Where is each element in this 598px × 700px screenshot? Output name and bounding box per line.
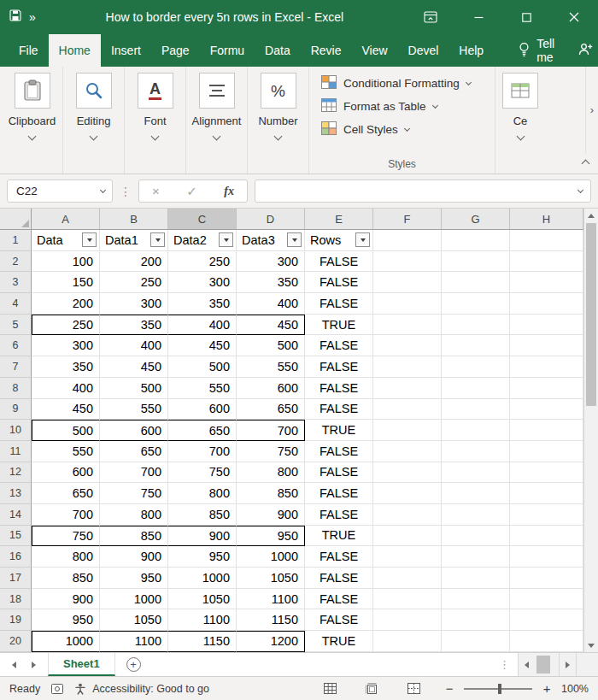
cell-c11[interactable]: 700	[168, 441, 237, 462]
scroll-up-button[interactable]	[584, 209, 598, 222]
cell-a1[interactable]: Data	[32, 230, 100, 251]
cell-a19[interactable]: 950	[32, 609, 100, 631]
scroll-right-button[interactable]	[559, 653, 576, 676]
cell-f6[interactable]	[373, 335, 442, 356]
cell-b7[interactable]: 450	[100, 356, 168, 378]
chevron-down-icon[interactable]	[100, 187, 106, 193]
column-header-e[interactable]: E	[305, 209, 373, 230]
ribbon-display-options-button[interactable]	[407, 0, 454, 34]
cell-e1[interactable]: Rows	[305, 230, 373, 251]
qat-overflow-icon[interactable]: »	[29, 10, 36, 24]
menu-tab-formu[interactable]: Formu	[200, 34, 255, 67]
cell-h4[interactable]	[510, 293, 583, 315]
cell-c7[interactable]: 500	[168, 356, 237, 378]
cell-h13[interactable]	[510, 483, 583, 504]
vertical-scrollbar[interactable]	[583, 209, 598, 652]
cell-g6[interactable]	[442, 335, 510, 356]
cell-f14[interactable]	[373, 504, 442, 526]
cell-g16[interactable]	[442, 546, 510, 568]
horizontal-scroll-thumb[interactable]	[536, 656, 550, 674]
cell-d20[interactable]: 1200	[237, 631, 305, 652]
cell-c15[interactable]: 900	[168, 526, 237, 547]
cell-b11[interactable]: 650	[100, 441, 168, 462]
cell-b4[interactable]: 300	[100, 293, 168, 315]
number-group-button[interactable]: % Number	[248, 67, 309, 174]
cell-c12[interactable]: 750	[168, 462, 237, 484]
cell-c1[interactable]: Data2	[168, 230, 237, 251]
cell-g1[interactable]	[442, 230, 510, 251]
normal-view-button[interactable]	[324, 683, 337, 694]
collapse-ribbon-button[interactable]	[576, 155, 595, 170]
cell-f3[interactable]	[373, 272, 442, 293]
menu-tab-insert[interactable]: Insert	[101, 34, 151, 67]
formula-input[interactable]	[255, 179, 591, 203]
row-header-15[interactable]: 15	[0, 526, 32, 547]
maximize-button[interactable]	[502, 0, 550, 34]
cell-e15[interactable]: TRUE	[305, 526, 373, 547]
cell-e16[interactable]: FALSE	[305, 546, 373, 568]
cell-d16[interactable]: 1000	[237, 546, 305, 568]
cell-g10[interactable]	[442, 420, 510, 441]
cell-g20[interactable]	[442, 631, 510, 652]
cell-h16[interactable]	[510, 546, 583, 568]
cell-a6[interactable]: 300	[32, 335, 100, 356]
filter-button[interactable]	[355, 232, 370, 247]
macro-record-button[interactable]	[51, 684, 63, 694]
cell-f17[interactable]	[373, 568, 442, 589]
menu-tab-data[interactable]: Data	[255, 34, 301, 67]
cell-e8[interactable]: FALSE	[305, 378, 373, 399]
row-header-19[interactable]: 19	[0, 609, 32, 631]
cell-b15[interactable]: 850	[100, 526, 168, 547]
horizontal-scrollbar[interactable]: ⋮	[499, 653, 598, 676]
cell-g5[interactable]	[442, 315, 510, 336]
cell-d1[interactable]: Data3	[237, 230, 305, 251]
cell-g19[interactable]	[442, 609, 510, 631]
cell-h14[interactable]	[510, 504, 583, 526]
cell-f8[interactable]	[373, 378, 442, 399]
cell-a7[interactable]: 350	[32, 356, 100, 378]
column-header-c[interactable]: C	[168, 209, 237, 230]
row-header-5[interactable]: 5	[0, 315, 32, 336]
cell-h5[interactable]	[510, 315, 583, 336]
cell-a15[interactable]: 750	[32, 526, 100, 547]
cell-c20[interactable]: 1150	[168, 631, 237, 652]
cell-g17[interactable]	[442, 568, 510, 589]
row-header-3[interactable]: 3	[0, 272, 32, 293]
cell-f16[interactable]	[373, 546, 442, 568]
cell-g9[interactable]	[442, 399, 510, 421]
cell-e12[interactable]: FALSE	[305, 462, 373, 484]
alignment-group-button[interactable]: Alignment	[186, 67, 248, 174]
cell-g18[interactable]	[442, 589, 510, 610]
column-header-d[interactable]: D	[237, 209, 305, 230]
cell-d8[interactable]: 600	[237, 378, 305, 399]
cell-a12[interactable]: 600	[32, 462, 100, 484]
cell-d11[interactable]: 750	[237, 441, 305, 462]
cell-e11[interactable]: FALSE	[305, 441, 373, 462]
cell-b2[interactable]: 200	[100, 251, 168, 273]
row-header-9[interactable]: 9	[0, 399, 32, 421]
font-group-button[interactable]: A Font	[125, 67, 186, 174]
cell-f11[interactable]	[373, 441, 442, 462]
row-header-1[interactable]: 1	[0, 230, 32, 251]
filter-button[interactable]	[287, 232, 302, 247]
cell-d2[interactable]: 300	[237, 251, 305, 273]
cell-e9[interactable]: FALSE	[305, 399, 373, 421]
cell-c19[interactable]: 1100	[168, 609, 237, 631]
cell-b18[interactable]: 1000	[100, 589, 168, 610]
cell-g13[interactable]	[442, 483, 510, 504]
cell-f1[interactable]	[373, 230, 442, 251]
tab-splitter-handle[interactable]: ⋮	[499, 658, 510, 671]
cell-g2[interactable]	[442, 251, 510, 273]
minimize-button[interactable]	[454, 0, 502, 34]
cell-f13[interactable]	[373, 483, 442, 504]
cell-d15[interactable]: 950	[237, 526, 305, 547]
format-as-table-button[interactable]: Format as Table	[318, 95, 441, 118]
cell-g15[interactable]	[442, 526, 510, 547]
scroll-left-button[interactable]	[518, 653, 535, 676]
cell-a11[interactable]: 550	[32, 441, 100, 462]
previous-sheet-button[interactable]	[12, 662, 16, 668]
cell-f18[interactable]	[373, 589, 442, 610]
cell-b14[interactable]: 800	[100, 504, 168, 526]
cell-a16[interactable]: 800	[32, 546, 100, 568]
cell-f20[interactable]	[373, 631, 442, 652]
